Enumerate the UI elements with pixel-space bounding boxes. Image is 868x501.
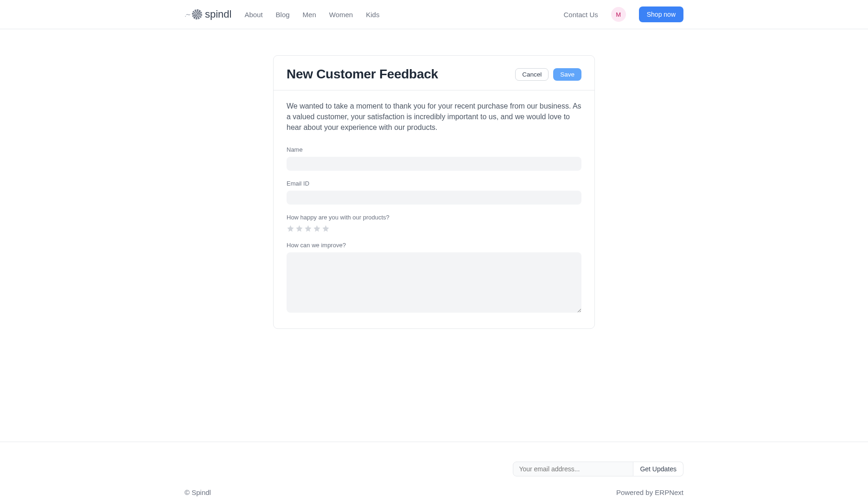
subscribe-group: Get Updates bbox=[513, 462, 683, 476]
brand-name: spindl bbox=[205, 8, 231, 20]
subscribe-email-input[interactable] bbox=[513, 462, 633, 476]
star-icon[interactable] bbox=[313, 225, 321, 232]
field-rating: How happy are you with our products? bbox=[287, 214, 581, 232]
email-label: Email ID bbox=[287, 180, 581, 187]
star-icon[interactable] bbox=[322, 225, 330, 232]
star-icon[interactable] bbox=[287, 225, 294, 232]
header-right: Contact Us M Shop now bbox=[564, 6, 683, 22]
card-body: We wanted to take a moment to thank you … bbox=[274, 90, 594, 328]
save-button[interactable]: Save bbox=[553, 68, 581, 81]
header-inner: .∼ spindl About Blog Men Women Kids Cont… bbox=[96, 6, 772, 22]
star-icon[interactable] bbox=[304, 225, 312, 232]
field-improve: How can we improve? bbox=[287, 242, 581, 315]
intro-text: We wanted to take a moment to thank you … bbox=[287, 101, 581, 133]
avatar-initial: M bbox=[616, 11, 621, 18]
shop-now-button[interactable]: Shop now bbox=[639, 6, 683, 22]
field-email: Email ID bbox=[287, 180, 581, 205]
nav-kids[interactable]: Kids bbox=[366, 11, 379, 19]
contact-us-link[interactable]: Contact Us bbox=[564, 11, 598, 19]
improve-textarea[interactable] bbox=[287, 252, 581, 313]
improve-label: How can we improve? bbox=[287, 242, 581, 249]
footer-bottom: © Spindl Powered by ERPNext bbox=[96, 480, 772, 501]
nav-about[interactable]: About bbox=[244, 11, 262, 19]
card-header: New Customer Feedback Cancel Save bbox=[274, 56, 594, 90]
page-title: New Customer Feedback bbox=[287, 67, 438, 82]
copyright-text: © Spindl bbox=[185, 488, 211, 496]
star-icon[interactable] bbox=[295, 225, 303, 232]
site-footer: Get Updates © Spindl Powered by ERPNext bbox=[0, 442, 868, 501]
logo-prefix-icon: .∼ bbox=[185, 11, 190, 18]
email-input[interactable] bbox=[287, 191, 581, 205]
name-input[interactable] bbox=[287, 157, 581, 171]
nav-men[interactable]: Men bbox=[303, 11, 316, 19]
primary-nav: About Blog Men Women Kids bbox=[244, 11, 379, 19]
spindl-mark-icon bbox=[192, 9, 202, 19]
page-content: New Customer Feedback Cancel Save We wan… bbox=[96, 29, 772, 329]
site-header: .∼ spindl About Blog Men Women Kids Cont… bbox=[0, 0, 868, 29]
footer-subscribe: Get Updates bbox=[96, 442, 772, 480]
rating-stars bbox=[287, 225, 581, 232]
get-updates-button[interactable]: Get Updates bbox=[633, 462, 683, 476]
cancel-button[interactable]: Cancel bbox=[515, 68, 549, 81]
avatar[interactable]: M bbox=[611, 7, 626, 22]
powered-by-text: Powered by ERPNext bbox=[616, 488, 683, 496]
feedback-card: New Customer Feedback Cancel Save We wan… bbox=[273, 55, 595, 329]
nav-blog[interactable]: Blog bbox=[276, 11, 290, 19]
name-label: Name bbox=[287, 146, 581, 153]
nav-women[interactable]: Women bbox=[329, 11, 353, 19]
card-actions: Cancel Save bbox=[515, 68, 581, 81]
field-name: Name bbox=[287, 146, 581, 171]
brand-logo[interactable]: .∼ spindl bbox=[185, 8, 231, 20]
rating-label: How happy are you with our products? bbox=[287, 214, 581, 221]
